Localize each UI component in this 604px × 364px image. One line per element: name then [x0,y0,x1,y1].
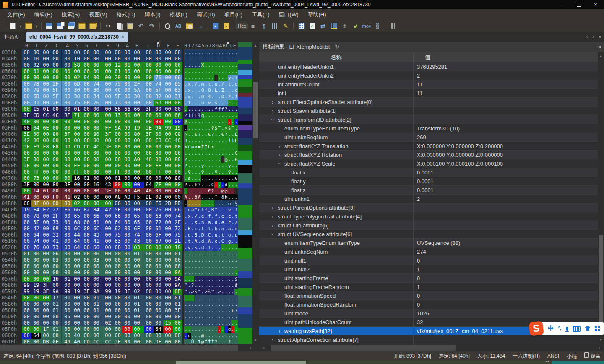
ascii-char[interactable]: . [218,320,221,326]
ascii-char[interactable]: . [231,131,234,138]
hex-byte[interactable]: 00 [22,125,31,131]
hex-byte[interactable]: 00 [41,244,51,251]
ascii-char[interactable]: u [201,100,204,106]
ascii-char[interactable]: v [187,244,191,251]
ascii-char[interactable]: . [221,339,224,344]
hex-byte[interactable]: 65 [132,213,142,219]
hex-row[interactable]: 0460h00FF000000FF000000FF000000FF0000.ÿ.… [0,169,252,175]
hex-byte[interactable]: 00 [163,169,173,175]
hex-byte[interactable]: 00 [122,270,132,276]
ascii-char[interactable]: . [191,100,194,106]
hex-byte[interactable]: 00 [91,106,101,112]
ascii-char[interactable]: . [187,301,191,307]
hex-byte[interactable]: 3D [62,144,72,150]
hex-byte[interactable]: 00 [144,320,154,326]
scroll-left-icon[interactable]: ‹ [259,344,268,351]
hex-byte[interactable]: 65 [132,219,142,226]
ascii-char[interactable]: . [221,62,224,68]
hex-byte[interactable]: 00 [103,333,113,339]
hex-byte[interactable]: 00 [51,150,60,156]
ascii-char[interactable]: . [224,200,228,207]
ascii-char[interactable]: . [224,326,228,333]
hex-byte[interactable]: 00 [82,56,91,62]
hex-row[interactable]: 0330h00000000000000000000000000000000...… [0,49,252,56]
hex-byte[interactable]: 19 [72,289,82,295]
hex-byte[interactable]: 00 [22,263,31,270]
hex-byte[interactable]: DE [144,194,154,200]
hex-byte[interactable]: 00 [144,282,154,289]
ascii-char[interactable]: . [231,282,234,289]
hex-byte[interactable]: 16 [91,182,101,188]
ascii-char[interactable]: . [218,307,221,314]
ascii-char[interactable]: . [198,219,201,226]
hex-byte[interactable]: 00 [31,251,41,257]
hex-byte[interactable]: 00 [22,295,31,301]
hex-byte[interactable]: 00 [154,276,163,282]
hex-byte[interactable]: 00 [91,175,101,182]
ascii-char[interactable]: . [194,295,198,301]
hex-byte[interactable]: 00 [22,333,31,339]
ascii-char[interactable]: . [224,213,228,219]
ascii-char[interactable]: C [208,232,211,238]
hex-byte[interactable]: 00 [91,56,101,62]
hex-row[interactable]: 0570h0000001601000000000000000000009A...… [0,276,252,282]
hex-byte[interactable]: 00 [163,232,173,238]
hex-byte[interactable]: 00 [22,200,31,207]
ascii-char[interactable]: . [187,131,191,138]
ascii-char[interactable]: d [187,333,191,339]
ascii-char[interactable]: . [184,219,187,226]
hex-byte[interactable]: 00 [41,81,51,87]
hex-byte[interactable]: 2F [51,213,60,219]
hex-byte[interactable]: 6F [132,226,142,232]
hex-byte[interactable]: 00 [144,94,154,100]
ascii-char[interactable]: . [234,333,238,339]
ascii-char[interactable]: . [218,49,221,56]
hex-byte[interactable]: 00 [72,263,82,270]
template-hscroll-thumb[interactable] [271,345,456,351]
hex-byte[interactable]: 00 [31,194,41,200]
hex-byte[interactable]: 00 [154,150,163,156]
ascii-char[interactable]: . [224,301,228,307]
ascii-char[interactable]: . [198,68,201,75]
hex-byte[interactable]: 00 [144,87,154,94]
chevron-right-icon[interactable]: › [279,327,280,335]
template-row[interactable]: uint startingFrameRandom1 [259,283,598,291]
ascii-char[interactable]: . [194,125,198,131]
ascii-char[interactable]: . [221,56,224,62]
hex-byte[interactable]: 00 [163,263,173,270]
ascii-char[interactable]: ? [214,339,218,344]
hex-byte[interactable]: 3F [144,106,154,112]
hex-byte[interactable]: 30 [72,87,82,94]
hex-row[interactable]: 0610h0000DB0F4940CDCCCC3F0000003F0000..Û… [0,339,252,344]
hex-byte[interactable]: 00 [41,56,51,62]
hex-byte[interactable]: 00 [72,188,82,194]
hex-byte[interactable]: 06 [91,251,101,257]
hex-byte[interactable]: 00 [103,276,113,282]
hex-byte[interactable]: 19 [132,125,142,131]
ascii-char[interactable]: 3 [194,232,198,238]
ascii-char[interactable]: . [184,295,187,301]
hex-byte[interactable]: 00 [103,307,113,314]
hex-byte[interactable]: 00 [163,213,173,219]
hex-byte[interactable]: 00 [51,188,60,194]
hex-byte[interactable]: 00 [154,263,163,270]
ascii-char[interactable]: i [194,226,198,232]
hex-byte[interactable]: 00 [82,257,91,263]
ascii-char[interactable]: . [214,251,218,257]
hex-byte[interactable]: 5F [31,219,41,226]
hex-byte[interactable]: 01 [122,62,132,68]
hex-byte[interactable]: FF [154,163,163,169]
hex-byte[interactable]: 00 [122,295,132,301]
hex-row[interactable]: 0430h00000000000000000000000000000080...… [0,150,252,156]
hex-byte[interactable]: 66 [91,213,101,219]
toolbox-icon[interactable] [595,326,597,328]
hex-row[interactable]: 0360h00010000000000000001000000000000...… [0,68,252,75]
hex-byte[interactable]: 3F [144,131,154,138]
hex-byte[interactable]: 00 [91,62,101,68]
ascii-char[interactable]: . [201,125,204,131]
hex-byte[interactable]: 00 [82,320,91,326]
hex-byte[interactable]: 6D [31,94,41,100]
ascii-char[interactable]: L [194,112,198,119]
ascii-char[interactable]: . [208,125,211,131]
hex-byte[interactable]: 00 [144,326,154,333]
